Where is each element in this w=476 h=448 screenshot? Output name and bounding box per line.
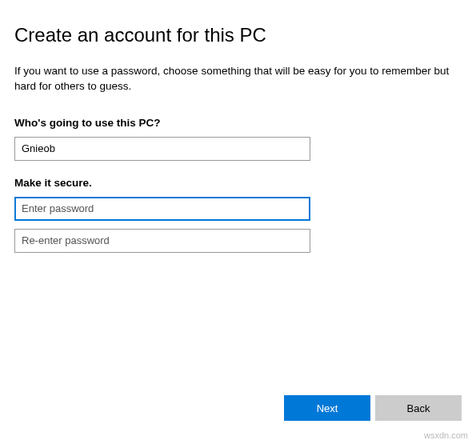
page-subtitle: If you want to use a password, choose so… (14, 64, 462, 94)
page-title: Create an account for this PC (14, 24, 462, 46)
watermark: wsxdn.com (424, 430, 468, 440)
back-button[interactable]: Back (375, 395, 462, 421)
password-input[interactable] (14, 197, 310, 221)
footer-buttons: Next Back (284, 395, 462, 421)
password-label: Make it secure. (14, 177, 462, 189)
confirm-password-input[interactable] (14, 229, 310, 253)
next-button[interactable]: Next (284, 395, 370, 421)
username-section: Who's going to use this PC? (14, 117, 462, 161)
username-input[interactable] (14, 137, 310, 161)
username-label: Who's going to use this PC? (14, 117, 462, 129)
password-section: Make it secure. (14, 177, 462, 253)
